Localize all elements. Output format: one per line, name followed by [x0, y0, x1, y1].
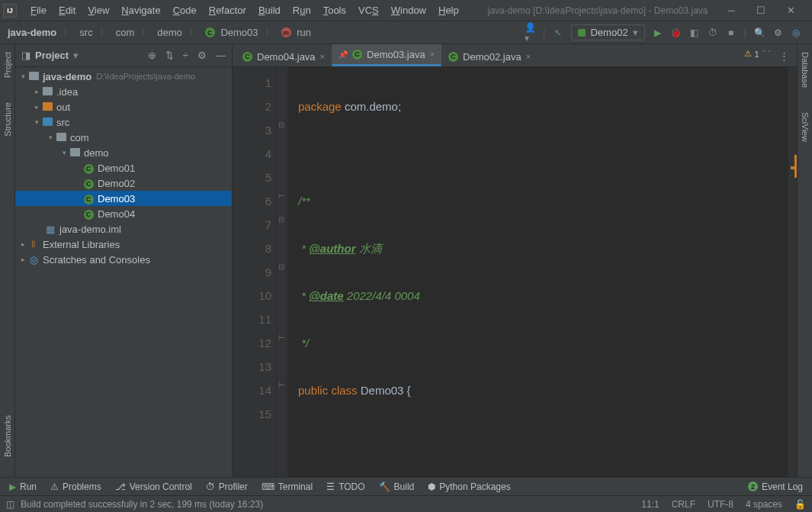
tab-close-icon[interactable]: × — [320, 52, 325, 61]
terminal-tool-button[interactable]: ⌨Terminal — [262, 481, 313, 492]
left-tool-strip: Project Structure Bookmarks — [0, 44, 15, 477]
code-editor[interactable]: package com.demo; /** * @author 水滴 * @da… — [287, 67, 788, 477]
menu-bar: IJ File Edit View Navigate Code Refactor… — [0, 0, 812, 21]
settings-icon[interactable]: ⚙ — [197, 50, 207, 61]
menu-build[interactable]: Build — [252, 5, 287, 16]
menu-code[interactable]: Code — [167, 5, 203, 16]
sciview-tool-button[interactable]: SciView — [801, 108, 810, 147]
profiler-tool-button[interactable]: ⏱Profiler — [206, 481, 248, 492]
tab-close-icon[interactable]: × — [526, 52, 531, 61]
editor-area: CDemo04.java× 📌CDemo03.java× CDemo02.jav… — [233, 44, 797, 477]
todo-tool-button[interactable]: ☰TODO — [326, 481, 364, 492]
tree-idea[interactable]: ▸.idea — [15, 84, 232, 99]
problems-tool-button[interactable]: ⚠Problems — [50, 481, 101, 492]
select-opened-icon[interactable]: ⊕ — [148, 50, 156, 61]
menu-help[interactable]: Help — [432, 5, 465, 16]
panel-title: Project — [35, 50, 69, 61]
status-sidebar-icon[interactable]: ◫ — [6, 499, 14, 510]
menu-refactor[interactable]: Refactor — [203, 5, 252, 16]
event-log-button[interactable]: 2Event Log — [748, 481, 803, 492]
right-tool-strip: Database SciView — [797, 44, 812, 477]
debug-icon[interactable]: 🐞 — [671, 27, 682, 38]
build-tool-button[interactable]: 🔨Build — [379, 481, 415, 492]
tree-com[interactable]: ▾com — [15, 130, 232, 145]
tree-external[interactable]: ▸⫴External Libraries — [15, 237, 232, 252]
run-config-select[interactable]: Demo02 ▾ — [571, 24, 644, 40]
crumb-src[interactable]: src — [76, 27, 95, 38]
menu-tools[interactable]: Tools — [317, 5, 352, 16]
tree-demo04[interactable]: CDemo04 — [15, 206, 232, 221]
menu-file[interactable]: File — [24, 5, 53, 16]
database-tool-button[interactable]: Database — [801, 47, 810, 92]
tab-demo03[interactable]: 📌CDemo03.java× — [332, 44, 441, 66]
crumb-com[interactable]: com — [113, 27, 138, 38]
status-message: Build completed successfully in 2 sec, 1… — [21, 499, 263, 510]
crumb-demo[interactable]: demo — [154, 27, 185, 38]
status-bar: ◫ Build completed successfully in 2 sec,… — [0, 495, 812, 512]
nav-bar: java-demo〉 src〉 com〉 demo〉 C Demo03〉 m r… — [0, 21, 812, 44]
menu-run[interactable]: Run — [287, 5, 317, 16]
project-tree: ▾java-demoD:\IdeaProjects\java-demo ▸.id… — [15, 67, 232, 477]
tree-scratches[interactable]: ▸◎Scratches and Consoles — [15, 252, 232, 267]
tree-iml[interactable]: ▦java-demo.iml — [15, 221, 232, 237]
tree-src[interactable]: ▾src — [15, 114, 232, 130]
profiler-icon[interactable]: ⏱ — [708, 27, 718, 38]
coverage-icon[interactable]: ◧ — [689, 27, 700, 38]
line-separator[interactable]: CRLF — [672, 499, 695, 510]
tree-demo03[interactable]: CDemo03 — [15, 191, 232, 206]
pin-icon: 📌 — [339, 50, 348, 59]
marker-bar[interactable] — [788, 67, 797, 477]
line-gutter[interactable]: 123456789101112131415 — [233, 67, 277, 477]
stop-icon[interactable]: ■ — [726, 27, 737, 38]
collapse-all-icon[interactable]: ÷ — [183, 50, 188, 61]
tab-close-icon[interactable]: × — [430, 50, 435, 59]
warning-icon: ⚠ — [744, 49, 752, 59]
window-title: java-demo [D:\IdeaProjects\java-demo] - … — [488, 5, 708, 16]
tree-demo[interactable]: ▾demo — [15, 145, 232, 160]
close-icon[interactable]: ✕ — [787, 5, 795, 16]
expand-all-icon[interactable]: ⇅ — [165, 50, 174, 61]
search-icon[interactable]: 🔍 — [754, 27, 765, 38]
editor-tabs: CDemo04.java× 📌CDemo03.java× CDemo02.jav… — [233, 44, 797, 67]
minimize-icon[interactable]: ─ — [728, 5, 735, 16]
menu-view[interactable]: View — [82, 5, 115, 16]
file-encoding[interactable]: UTF-8 — [708, 499, 733, 510]
run-icon[interactable]: ▶ — [653, 27, 663, 38]
menu-vcs[interactable]: VCS — [352, 5, 385, 16]
tree-root[interactable]: ▾java-demoD:\IdeaProjects\java-demo — [15, 69, 232, 84]
user-icon[interactable]: 👤▾ — [525, 27, 535, 38]
maximize-icon[interactable]: ☐ — [756, 5, 765, 16]
gear-icon[interactable]: ⚙ — [772, 27, 783, 38]
run-tool-button[interactable]: ▶Run — [9, 481, 37, 492]
python-packages-button[interactable]: ⬢Python Packages — [428, 481, 510, 492]
readonly-icon[interactable]: 🔓 — [794, 499, 806, 510]
indent-settings[interactable]: 4 spaces — [746, 499, 782, 510]
hide-icon[interactable]: — — [216, 50, 226, 61]
crumb-method[interactable]: m run — [278, 27, 314, 38]
menu-navigate[interactable]: Navigate — [115, 5, 166, 16]
tree-demo01[interactable]: CDemo01 — [15, 160, 232, 175]
project-view-icon: ◨ — [21, 50, 30, 61]
tree-demo02[interactable]: CDemo02 — [15, 175, 232, 191]
fold-column[interactable]: ⊟ ⊢ ⊟ ⊟ ⊢ ⊢ — [277, 67, 287, 477]
sync-icon[interactable]: ◎ — [791, 27, 801, 38]
bottom-tool-strip: ▶Run ⚠Problems ⎇Version Control ⏱Profile… — [0, 477, 812, 495]
tree-out[interactable]: ▸out — [15, 99, 232, 114]
tab-demo04[interactable]: CDemo04.java× — [236, 47, 332, 66]
back-arrow-icon[interactable]: ↖ — [553, 27, 563, 38]
inspection-indicator[interactable]: ⚠ 1 ˆˇ — [744, 49, 771, 59]
project-tool-button[interactable]: Project — [3, 47, 12, 82]
crumb-project[interactable]: java-demo — [5, 27, 59, 38]
caret-position[interactable]: 11:1 — [641, 499, 659, 510]
menu-edit[interactable]: Edit — [53, 5, 82, 16]
tab-demo02[interactable]: CDemo02.java× — [441, 47, 538, 66]
menu-window[interactable]: Window — [385, 5, 432, 16]
tabs-more-icon[interactable]: ⋮ — [772, 46, 797, 66]
vcs-tool-button[interactable]: ⎇Version Control — [115, 481, 192, 492]
project-panel: ◨ Project ▾ ⊕ ⇅ ÷ ⚙ — ▾java-demoD:\IdeaP… — [15, 44, 233, 477]
structure-tool-button[interactable]: Structure — [3, 98, 12, 141]
app-icon: IJ — [3, 4, 17, 18]
crumb-class[interactable]: C Demo03 — [202, 27, 262, 38]
bookmarks-tool-button[interactable]: Bookmarks — [3, 411, 12, 462]
